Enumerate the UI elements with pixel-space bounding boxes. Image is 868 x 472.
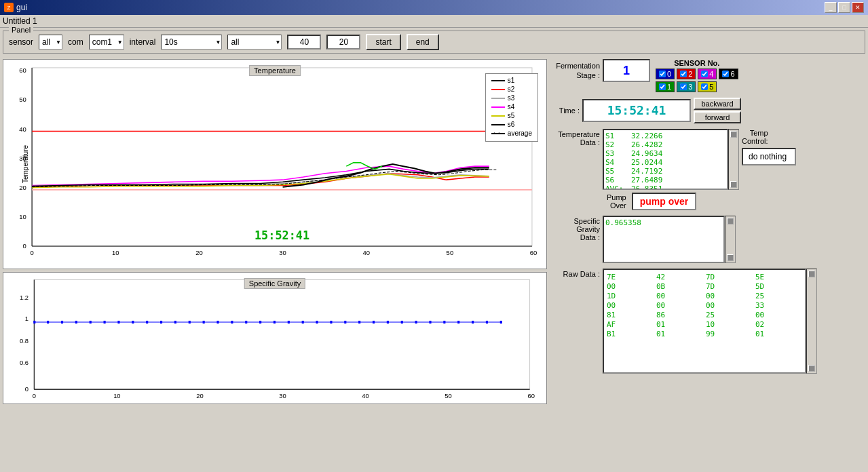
svg-rect-50	[245, 321, 247, 323]
sensor-cb-2[interactable]: 2	[677, 68, 696, 79]
sensor-cb-5[interactable]: 5	[698, 81, 717, 92]
svg-text:0.8: 0.8	[20, 338, 29, 345]
svg-rect-38	[75, 321, 77, 323]
legend-average: average	[508, 130, 532, 137]
panel-legend: Panel	[9, 26, 33, 34]
sg-data-label: Specific GravityData :	[552, 217, 600, 241]
svg-text:50: 50	[19, 96, 26, 103]
svg-text:60: 60	[530, 249, 537, 256]
svg-rect-39	[90, 321, 92, 323]
sg-data-section: Specific GravityData : 0.965358	[552, 216, 865, 263]
legend-s3: s3	[508, 94, 515, 102]
sensor-cb-3[interactable]: 3	[677, 81, 696, 92]
temp-control-value: do nothing	[742, 148, 796, 165]
close-button[interactable]: ✕	[852, 2, 864, 13]
sensor-select[interactable]: all	[39, 35, 62, 50]
panel-row: sensor all com com1 interval 10s all sta…	[9, 34, 859, 50]
sensor-label: sensor	[9, 37, 33, 47]
svg-rect-36	[47, 321, 49, 323]
com-label: com	[68, 37, 83, 47]
sensor-select-wrapper: all	[39, 35, 62, 50]
raw-data-label: Raw Data :	[552, 270, 600, 278]
time-display: 15:52:41	[582, 99, 691, 122]
temperature-chart-title: Temperature	[249, 65, 301, 76]
svg-rect-62	[415, 321, 417, 323]
temp-data-box: S132.2266 S226.4282 S324.9634 S425.0244 …	[603, 129, 728, 190]
interval-select-wrapper: 10s	[161, 35, 222, 50]
svg-rect-56	[330, 321, 332, 323]
svg-rect-61	[401, 321, 403, 323]
title-bar: Z gui _ □ ✕	[0, 0, 868, 15]
sensor-checkboxes: 0 2 4 6 1 3 5	[656, 68, 738, 92]
svg-rect-65	[457, 321, 459, 323]
svg-rect-53	[288, 321, 290, 323]
end-button[interactable]: end	[407, 34, 439, 50]
svg-rect-59	[373, 321, 375, 323]
time-label: Time :	[552, 106, 580, 115]
fermentation-label: FermentationStage :	[552, 61, 600, 81]
interval-select[interactable]: 10s	[161, 35, 222, 50]
svg-rect-54	[302, 321, 304, 323]
forward-button[interactable]: forward	[694, 111, 741, 123]
interval-label: interval	[130, 37, 156, 47]
svg-text:1.2: 1.2	[20, 294, 29, 301]
minimize-button[interactable]: _	[825, 2, 837, 13]
sensor-cb-0[interactable]: 0	[656, 68, 675, 79]
sensor-cb-6[interactable]: 6	[719, 68, 738, 79]
svg-text:20: 20	[196, 393, 203, 399]
svg-rect-35	[33, 321, 35, 323]
raw-data-box: 7E427D5E 000B7D5D 1D000025 00000033 8186…	[603, 269, 806, 374]
input2-field[interactable]	[326, 35, 360, 50]
svg-text:30: 30	[279, 393, 286, 399]
sensor-cb-1[interactable]: 1	[656, 81, 675, 92]
svg-rect-47	[203, 321, 205, 323]
legend-s5: s5	[508, 112, 515, 119]
title-bar-buttons: _ □ ✕	[825, 2, 864, 13]
window-title: Untitled 1	[3, 16, 37, 26]
svg-text:0: 0	[22, 242, 26, 250]
svg-rect-67	[486, 321, 488, 323]
svg-rect-44	[160, 321, 162, 323]
backward-button[interactable]: backward	[694, 98, 741, 110]
maximize-button[interactable]: □	[838, 2, 850, 13]
temp-control-label: TempControl:	[742, 129, 768, 145]
svg-text:0: 0	[33, 393, 36, 399]
all-select-wrapper: all	[227, 35, 282, 50]
svg-text:40: 40	[19, 125, 26, 133]
pump-over-section: PumpOver pump over	[607, 193, 865, 210]
com-select[interactable]: com1	[89, 35, 124, 50]
temp-data-label: TemperatureData :	[552, 130, 600, 146]
svg-text:60: 60	[19, 66, 26, 74]
svg-rect-60	[387, 321, 389, 323]
temperature-svg: 0 10 20 30 40 50 60 0 10 20 30 40 50 60	[3, 60, 546, 269]
app-name: gui	[16, 3, 27, 12]
legend-s1: s1	[508, 77, 515, 84]
temperature-chart: Temperature Temperature s1 s2 s3 s4 s5 s…	[3, 59, 547, 269]
svg-text:0.6: 0.6	[20, 359, 29, 366]
start-button[interactable]: start	[366, 34, 400, 50]
svg-text:1: 1	[25, 315, 29, 322]
svg-rect-45	[174, 321, 176, 323]
all-select[interactable]: all	[227, 35, 282, 50]
sensor-cb-4[interactable]: 4	[698, 68, 717, 79]
svg-text:15:52:41: 15:52:41	[254, 229, 309, 242]
svg-text:10: 10	[19, 213, 26, 220]
input1-field[interactable]	[287, 35, 321, 50]
svg-text:40: 40	[362, 393, 369, 399]
sg-svg: 0 0.6 0.8 1 1.2 0 10 20 30 40 50 60	[3, 273, 546, 404]
svg-rect-64	[443, 321, 445, 323]
sg-value: 0.965358	[605, 218, 641, 227]
svg-rect-49	[231, 321, 233, 323]
svg-text:10: 10	[112, 249, 119, 256]
pump-over-label: PumpOver	[607, 193, 626, 210]
sg-data-box: 0.965358	[603, 216, 725, 263]
svg-text:50: 50	[447, 249, 454, 256]
svg-rect-37	[61, 321, 63, 323]
svg-rect-55	[316, 321, 318, 323]
temperature-y-label: Temperature	[22, 145, 29, 183]
svg-rect-0	[32, 68, 532, 246]
svg-text:0: 0	[30, 249, 33, 256]
svg-rect-20	[34, 279, 529, 389]
svg-text:0: 0	[25, 386, 29, 393]
menu-bar: Untitled 1	[0, 15, 868, 28]
